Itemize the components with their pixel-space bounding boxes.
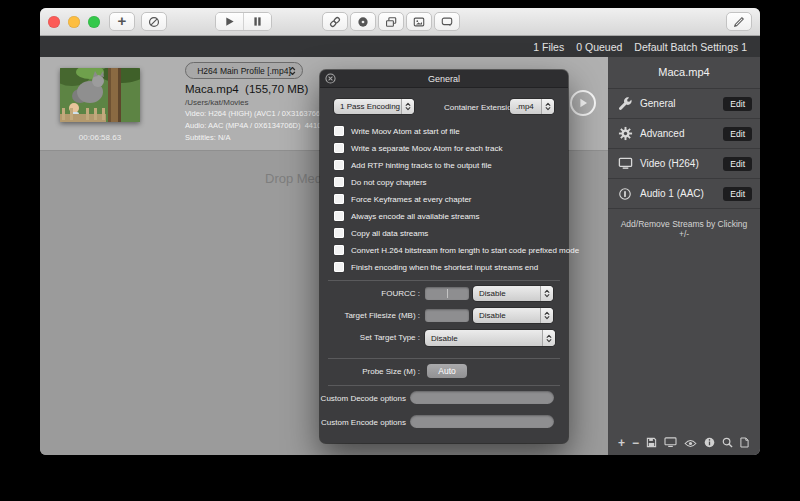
window-titlebar: +: [40, 8, 760, 36]
checkbox-label: Write Moov Atom at start of file: [351, 127, 460, 136]
link-icon: [329, 16, 341, 28]
set-target-type-label: Set Target Type :: [320, 333, 420, 342]
inspect-button[interactable]: [722, 434, 733, 452]
custom-encode-field[interactable]: [410, 415, 554, 428]
edit-video-button[interactable]: Edit: [723, 157, 752, 171]
chat-icon: [441, 16, 453, 28]
stepper-icon: [540, 308, 553, 323]
watch-button[interactable]: [684, 434, 697, 452]
stepper-icon: [289, 66, 296, 78]
remove-stream-button[interactable]: −: [632, 437, 639, 449]
info-button[interactable]: [704, 434, 715, 452]
general-settings-dialog: General 1 Pass Encoding Container Extens…: [320, 70, 568, 443]
zoom-window-button[interactable]: [88, 16, 100, 28]
edit-advanced-button[interactable]: Edit: [723, 127, 752, 141]
stepper-icon: [401, 99, 414, 114]
checkbox[interactable]: [334, 228, 344, 238]
brush-icon: [733, 16, 745, 28]
save-button[interactable]: [646, 434, 657, 452]
pass-encoding-select[interactable]: 1 Pass Encoding: [334, 99, 414, 114]
file-name-size: Maca.mp4 (155,70 MB): [185, 83, 308, 95]
document-icon: [740, 437, 749, 448]
stepper-icon: [540, 286, 553, 301]
preview-play-button[interactable]: [570, 90, 596, 116]
checkbox[interactable]: [334, 177, 344, 187]
custom-encode-label: Custom Encode options: [320, 418, 406, 427]
edit-batch-button[interactable]: [726, 12, 752, 31]
video-thumbnail: [60, 68, 140, 122]
gear-icon: [616, 126, 634, 141]
add-remove-streams-note: Add/Remove Streams by Clicking +/-: [608, 219, 760, 239]
edit-audio-button[interactable]: Edit: [723, 187, 752, 201]
fourcc-label: FOURCC :: [320, 289, 420, 298]
link-streams-button[interactable]: [322, 12, 348, 31]
status-bar: 1 Files 0 Queued Default Batch Settings …: [40, 36, 760, 57]
copies-icon: [385, 16, 397, 28]
duplicate-button[interactable]: [378, 12, 404, 31]
save-icon: [646, 437, 657, 448]
target-filesize-field[interactable]: [425, 309, 469, 322]
checkbox[interactable]: [334, 194, 344, 204]
tools-group: [322, 12, 460, 31]
fourcc-field[interactable]: [425, 287, 469, 300]
minimize-window-button[interactable]: [68, 16, 80, 28]
fourcc-mode-value: Disable: [473, 289, 506, 298]
prohibit-icon: [148, 16, 160, 28]
pause-icon: [252, 16, 263, 27]
record-button[interactable]: [350, 12, 376, 31]
checkbox[interactable]: [334, 262, 344, 272]
subtitles-info: Subtitles: N/A: [185, 133, 230, 142]
checkbox[interactable]: [334, 160, 344, 170]
add-stream-button[interactable]: +: [618, 437, 625, 449]
display-icon: [664, 437, 677, 448]
sidebar-file-title: Maca.mp4: [608, 57, 760, 89]
close-icon: [325, 73, 336, 84]
stop-button[interactable]: [141, 12, 167, 31]
preview-image-button[interactable]: [406, 12, 432, 31]
edit-general-button[interactable]: Edit: [723, 97, 752, 111]
target-type-select[interactable]: Disable: [425, 330, 555, 346]
sidebar-item-audio: Audio 1 (AAC) Edit: [608, 179, 760, 209]
start-encoding-button[interactable]: [216, 13, 243, 30]
profile-select[interactable]: H264 Main Profile [.mp4]: [185, 62, 303, 79]
probe-size-auto-button[interactable]: Auto: [427, 364, 467, 378]
sidebar-footer-toolbar: + −: [618, 436, 756, 450]
play-icon: [224, 16, 235, 27]
file-path: /Users/kat/Movies: [185, 98, 249, 107]
checkbox[interactable]: [334, 211, 344, 221]
divider: [328, 385, 560, 386]
plus-icon: +: [118, 13, 127, 28]
add-file-button[interactable]: +: [109, 12, 135, 31]
log-button[interactable]: [740, 434, 749, 452]
preview-button[interactable]: [664, 434, 677, 452]
divider: [328, 280, 560, 281]
pass-encoding-value: 1 Pass Encoding: [334, 102, 400, 111]
checkbox-label: Convert H.264 bitstream from length to s…: [351, 246, 579, 255]
target-filesize-label: Target Filesize (MB) :: [320, 311, 420, 320]
traffic-lights: [48, 16, 100, 28]
sidebar-item-video: Video (H264) Edit: [608, 149, 760, 179]
checkbox[interactable]: [334, 245, 344, 255]
container-extension-select[interactable]: .mp4: [510, 99, 554, 114]
dialog-close-button[interactable]: [325, 73, 336, 84]
checkbox-label: Do not copy chapters: [351, 178, 427, 187]
custom-decode-field[interactable]: [410, 391, 554, 404]
info-icon: [704, 437, 715, 448]
checkbox[interactable]: [334, 126, 344, 136]
checkbox-label: Finish encoding when the shortest input …: [351, 263, 538, 272]
queued-count: 0 Queued: [576, 41, 622, 53]
video-duration: 00:06:58.63: [60, 133, 140, 142]
close-window-button[interactable]: [48, 16, 60, 28]
batch-settings-label[interactable]: Default Batch Settings 1: [634, 41, 747, 53]
filesize-mode-select[interactable]: Disable: [473, 308, 553, 323]
checkbox[interactable]: [334, 143, 344, 153]
fourcc-mode-select[interactable]: Disable: [473, 286, 553, 301]
log-window-button[interactable]: [434, 12, 460, 31]
pause-encoding-button[interactable]: [243, 13, 271, 30]
eye-icon: [684, 439, 697, 448]
divider: [328, 358, 560, 359]
stepper-icon: [541, 99, 554, 114]
checkbox-label: Copy all data streams: [351, 229, 428, 238]
wrench-icon: [616, 97, 634, 111]
drop-media-hint: Drop Med: [265, 171, 322, 186]
